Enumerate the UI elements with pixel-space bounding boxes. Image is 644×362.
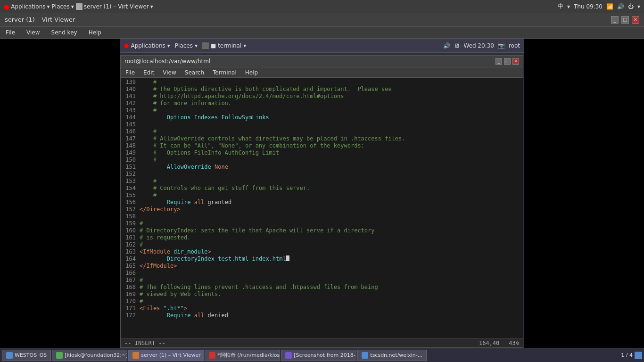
host-btn-kiosk[interactable]: [kiosk@foundation32:~] <box>52 350 127 361</box>
line-content: AllowOverride None <box>140 164 228 171</box>
host-btn-screenshot[interactable]: [Screenshot from 2018-... <box>281 350 356 361</box>
vv-menu-help[interactable]: Help <box>86 28 104 37</box>
virt-viewer-controls: _ □ ✕ <box>611 16 639 24</box>
vim-mode: -- INSERT -- <box>124 340 165 346</box>
terminal-maximize-btn[interactable]: □ <box>504 58 511 65</box>
kiosk-label: [kiosk@foundation32:~] <box>65 352 127 358</box>
terminal-title-controls: _ □ ✕ <box>495 58 519 65</box>
line-number: 147 <box>121 135 140 142</box>
line-number: 150 <box>121 156 140 164</box>
vm-terminal-menu[interactable]: ■ terminal ▾ <box>202 42 246 49</box>
host-btn-virtviewer[interactable]: server (1) – Virt Viewer <box>128 350 204 361</box>
virt-viewer-titlebar: server (1) – Virt Viewer _ □ ✕ <box>0 13 644 27</box>
term-menu-terminal[interactable]: Terminal <box>211 69 239 76</box>
system-bar-left: ● Applications ▾ Places ▾ server (1) – V… <box>4 3 153 10</box>
places-chevron-icon: ▾ <box>71 3 74 10</box>
terminal-line-157: 157</Directory> <box>121 206 523 213</box>
line-content: # for more information. <box>140 100 231 107</box>
terminal-taskbar-icon <box>202 42 209 49</box>
line-number: 162 <box>121 241 140 248</box>
vm-applications-label: Applications <box>131 42 165 49</box>
vm-terminal-label: ■ terminal <box>211 42 241 49</box>
window-menu[interactable]: server (1) – Virt Viewer ▾ <box>76 3 153 10</box>
vim-percent: 43% <box>509 340 519 346</box>
terminal-content[interactable]: 139 #140 # The Options directive is both… <box>121 78 523 338</box>
terminal-line-147: 147 # AllowOverride controls what direct… <box>121 135 523 142</box>
line-number: 146 <box>121 128 140 135</box>
line-content: # <box>140 277 143 284</box>
input-method[interactable]: 中 <box>558 2 563 10</box>
terminal-minimize-btn[interactable]: _ <box>495 58 502 65</box>
wifi-icon: 📶 <box>606 3 613 10</box>
line-content: <IfModule dir_module> <box>140 248 211 255</box>
applications-label: Applications <box>11 3 45 10</box>
terminal-line-170: 170# <box>121 298 523 305</box>
terminal-line-145: 145 <box>121 121 523 128</box>
vim-cursor <box>286 255 289 261</box>
terminal-line-141: 141 # http://httpd.apache.org/docs/2.4/m… <box>121 93 523 100</box>
vm-taskbar: ● Applications ▾ Places ▾ ■ terminal ▾ <box>120 39 524 53</box>
vv-menu-view[interactable]: View <box>24 28 42 37</box>
line-number: 158 <box>121 213 140 220</box>
virt-viewer-window: server (1) – Virt Viewer _ □ ✕ File View… <box>0 13 644 362</box>
volume-icon: 🔊 <box>617 3 624 10</box>
vm-sidebar-black <box>0 39 120 362</box>
term-menu-edit[interactable]: Edit <box>141 69 156 76</box>
terminal-line-144: 144 Options Indexes FollowSymLinks <box>121 114 523 121</box>
line-number: 152 <box>121 171 140 178</box>
terminal-line-142: 142 # for more information. <box>121 100 523 107</box>
line-number: 160 <box>121 227 140 234</box>
apache-label: *阿帕奇 (/run/media/kios... <box>217 352 280 359</box>
terminal-title: root@localhost:/var/www/html <box>124 58 210 65</box>
line-content: # http://httpd.apache.org/docs/2.4/mod/c… <box>140 93 344 100</box>
line-number: 151 <box>121 164 140 171</box>
terminal-line-151: 151 AllowOverride None <box>121 164 523 171</box>
line-number: 144 <box>121 114 140 121</box>
line-number: 166 <box>121 270 140 277</box>
terminal-line-161: 161# is requested. <box>121 234 523 241</box>
terminal-line-154: 154 # Controls who can get stuff from th… <box>121 185 523 192</box>
term-menu-view[interactable]: View <box>161 69 178 76</box>
terminal-line-149: 149 # Options FileInfo AuthConfig Limit <box>121 149 523 156</box>
line-number: 148 <box>121 142 140 149</box>
host-btn-westos[interactable]: WESTOS_OS <box>2 350 51 361</box>
vm-screenshot-icon: 📷 <box>498 42 505 49</box>
close-button[interactable]: ✕ <box>632 16 639 24</box>
terminal-close-btn[interactable]: ✕ <box>512 58 519 65</box>
line-content: </IfModule> <box>140 263 177 270</box>
line-content: # <box>140 220 143 227</box>
line-content: # <box>140 107 157 114</box>
terminal-statusbar: -- INSERT -- 164,40 43% <box>121 338 523 347</box>
applications-menu[interactable]: ● Applications ▾ <box>4 3 50 10</box>
terminal-line-160: 160# DirectoryIndex: sets the file that … <box>121 227 523 234</box>
virtviewer-label: server (1) – Virt Viewer <box>141 352 200 358</box>
host-btn-apache[interactable]: *阿帕奇 (/run/media/kios... <box>205 350 280 361</box>
window-label: server (1) – Virt Viewer <box>84 3 149 10</box>
line-number: 168 <box>121 284 140 291</box>
places-menu[interactable]: Places ▾ <box>52 3 74 10</box>
power-icon[interactable]: ⏻ <box>628 3 634 10</box>
screenshot-label: [Screenshot from 2018-... <box>294 352 356 358</box>
vm-places-menu[interactable]: Places ▾ <box>175 42 198 49</box>
vv-menu-file[interactable]: File <box>3 28 18 37</box>
terminal-window: root@localhost:/var/www/html _ □ ✕ File … <box>120 55 523 348</box>
term-menu-search[interactable]: Search <box>183 69 206 76</box>
maximize-button[interactable]: □ <box>621 16 629 24</box>
term-menu-file[interactable]: File <box>124 69 137 76</box>
line-number: 171 <box>121 305 140 312</box>
vm-applications-menu[interactable]: ● Applications ▾ <box>124 42 170 49</box>
westos-icon <box>6 352 13 359</box>
line-content: # viewed by Web clients. <box>140 291 221 298</box>
line-content: # is requested. <box>140 234 190 241</box>
term-menu-help[interactable]: Help <box>243 69 260 76</box>
vv-menu-sendkey[interactable]: Send key <box>49 28 80 37</box>
minimize-button[interactable]: _ <box>611 16 619 24</box>
fedora-icon: ● <box>4 3 9 10</box>
line-number: 149 <box>121 149 140 156</box>
terminal-line-140: 140 # The Options directive is both comp… <box>121 86 523 93</box>
vm-root-label: root <box>509 42 520 49</box>
csdn-label: tscsdn.net/weixin-... <box>370 352 422 358</box>
host-btn-csdn[interactable]: tscsdn.net/weixin-... <box>357 350 427 361</box>
terminal-line-155: 155 # <box>121 192 523 199</box>
vm-desktop: ● Applications ▾ Places ▾ ■ terminal ▾ <box>120 39 524 362</box>
